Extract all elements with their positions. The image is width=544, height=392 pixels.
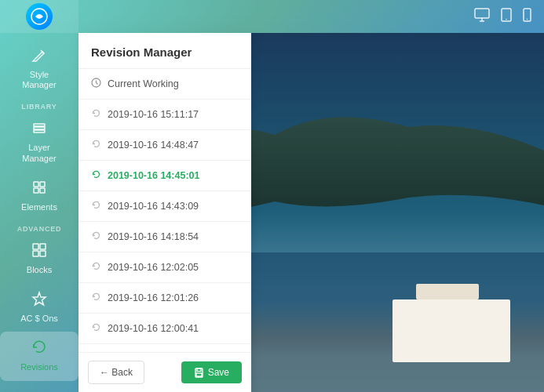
svg-point-11	[527, 18, 528, 20]
sidebar-item-label-elements: Elements	[21, 202, 57, 212]
clock-icon	[91, 78, 101, 90]
svg-rect-15	[34, 182, 38, 187]
svg-rect-21	[33, 251, 38, 256]
revision-item-1[interactable]: 2019-10-16 14:48:47	[78, 130, 251, 161]
revision-label-1: 2019-10-16 14:48:47	[108, 140, 199, 151]
svg-rect-17	[34, 188, 38, 193]
sidebar-item-revisions[interactable]: Revisions	[0, 332, 78, 380]
svg-rect-20	[40, 244, 46, 249]
revision-current-label: Current Working	[108, 78, 179, 89]
sidebar-item-label-blocks: Blocks	[27, 265, 52, 275]
svg-rect-16	[40, 182, 45, 187]
revision-item-4[interactable]: 2019-10-16 14:18:54	[78, 222, 251, 252]
logo[interactable]	[26, 3, 53, 30]
svg-rect-22	[40, 251, 46, 256]
revision-label-7: 2019-10-16 12:00:41	[108, 323, 199, 334]
save-button[interactable]: Save	[181, 361, 242, 383]
clock-back-icon-5	[91, 261, 101, 274]
clock-back-icon-7	[91, 322, 101, 335]
svg-rect-26	[197, 368, 201, 372]
revision-list: Current Working 2019-10-16 15:11:17	[78, 69, 251, 352]
revision-item-3[interactable]: 2019-10-16 14:43:09	[78, 191, 251, 222]
sidebar-section-library: LIBRARY	[0, 98, 78, 112]
blocks-icon	[31, 242, 47, 262]
desktop-icon[interactable]	[474, 8, 490, 26]
svg-rect-18	[40, 188, 45, 193]
svg-rect-14	[34, 130, 45, 132]
addons-icon	[31, 291, 47, 310]
revision-label-6: 2019-10-16 12:01:26	[108, 292, 199, 303]
revision-label-0: 2019-10-16 15:11:17	[108, 109, 199, 120]
sidebar: StyleManager LIBRARY LayerManager	[0, 33, 78, 392]
clock-back-icon-0	[91, 108, 101, 121]
revision-label-active: 2019-10-16 14:45:01	[108, 170, 199, 181]
revision-item-0[interactable]: 2019-10-16 15:11:17	[78, 100, 251, 130]
style-manager-icon	[31, 47, 47, 67]
svg-rect-13	[34, 127, 45, 129]
svg-rect-19	[33, 244, 38, 249]
sidebar-item-blocks[interactable]: Blocks	[0, 234, 78, 283]
save-icon	[194, 368, 204, 378]
app-container: StyleManager LIBRARY LayerManager	[0, 0, 544, 392]
sidebar-item-label-style-manager: StyleManager	[22, 70, 56, 90]
revision-item-current[interactable]: Current Working	[78, 69, 251, 100]
sidebar-item-style-manager[interactable]: StyleManager	[0, 39, 78, 98]
revision-panel: Revision Manager Current Working	[78, 33, 251, 392]
svg-rect-12	[34, 124, 45, 126]
sidebar-item-label-revisions: Revisions	[20, 362, 58, 372]
svg-rect-27	[196, 373, 202, 376]
panel-footer: ← Back Save	[78, 352, 251, 392]
revision-item-7[interactable]: 2019-10-16 12:00:41	[78, 314, 251, 344]
revision-label-4: 2019-10-16 14:18:54	[108, 231, 199, 242]
sidebar-item-addons[interactable]: AC $ Ons	[0, 283, 78, 332]
top-bar	[0, 0, 544, 33]
sidebar-item-layer-manager[interactable]: LayerManager	[0, 112, 78, 171]
layer-manager-icon	[31, 120, 47, 140]
tablet-icon[interactable]	[501, 8, 512, 26]
svg-rect-5	[475, 9, 489, 18]
clock-back-icon-3	[91, 200, 101, 212]
svg-point-9	[506, 18, 507, 20]
revision-item-2[interactable]: 2019-10-16 14:45:01	[78, 161, 251, 191]
clock-back-icon-1	[91, 139, 101, 151]
revisions-icon	[31, 339, 47, 359]
elements-icon	[31, 180, 47, 199]
revision-label-5: 2019-10-16 12:02:05	[108, 262, 199, 273]
revision-item-6[interactable]: 2019-10-16 12:01:26	[78, 283, 251, 314]
clock-back-icon-active	[91, 169, 101, 182]
revision-item-8[interactable]: 2019-10-16 11:58:18	[78, 344, 251, 352]
back-button[interactable]: ← Back	[88, 361, 144, 384]
sidebar-item-elements[interactable]: Elements	[0, 172, 78, 220]
sidebar-section-advanced: ADVANCED	[0, 220, 78, 234]
sidebar-item-label-layer-manager: LayerManager	[22, 143, 56, 163]
panel-title: Revision Manager	[78, 33, 251, 69]
sidebar-item-label-addons: AC $ Ons	[20, 314, 58, 324]
clock-back-icon-6	[91, 292, 101, 304]
revision-label-3: 2019-10-16 14:43:09	[108, 201, 199, 212]
revision-item-5[interactable]: 2019-10-16 12:02:05	[78, 252, 251, 283]
clock-back-icon-4	[91, 230, 101, 243]
mobile-icon[interactable]	[523, 8, 531, 26]
